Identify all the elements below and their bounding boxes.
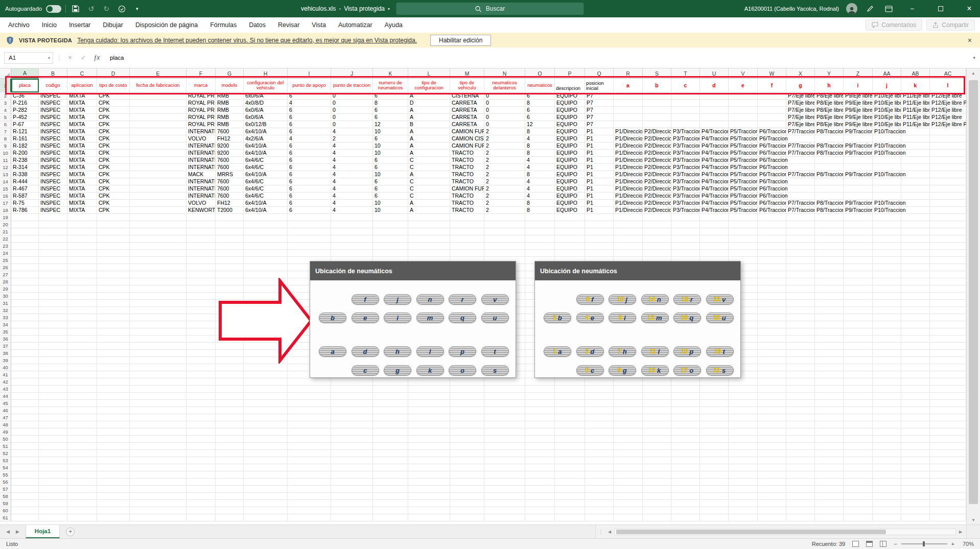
cell-G11[interactable]: 7600 — [216, 157, 244, 164]
cell-P10[interactable]: EQUIPO — [555, 150, 585, 157]
cell-D17[interactable]: CPK — [97, 200, 130, 207]
cell-R9[interactable]: P1/Direccion — [614, 142, 643, 150]
cell-S48[interactable] — [643, 421, 671, 428]
cell-AB43[interactable] — [901, 386, 930, 393]
cell-M50[interactable] — [450, 436, 484, 443]
cell-Y31[interactable] — [815, 300, 844, 307]
cell-A13[interactable]: R-338 — [11, 171, 39, 178]
cell-V9[interactable]: P5/Traccion — [729, 142, 758, 150]
cell-M23[interactable] — [450, 243, 484, 250]
cell-Z41[interactable] — [844, 371, 873, 378]
cell-Y46[interactable] — [815, 407, 844, 414]
cell-F42[interactable] — [186, 378, 216, 386]
cell-Q3[interactable]: P7 — [585, 100, 614, 107]
cell-B13[interactable]: INSPEC — [39, 171, 67, 178]
cell-M60[interactable] — [450, 507, 484, 514]
cell-V59[interactable] — [729, 500, 758, 507]
cell-G22[interactable] — [216, 235, 244, 243]
cell-AA52[interactable] — [873, 450, 901, 457]
cell-AC12[interactable] — [930, 164, 966, 171]
cell-Q57[interactable] — [585, 486, 614, 493]
cell-O57[interactable] — [525, 486, 555, 493]
cell-J5[interactable]: 0 — [331, 114, 373, 121]
ribbon-tab-f-rmulas[interactable]: Fórmulas — [204, 17, 243, 33]
cell-A18[interactable]: R-786 — [11, 207, 39, 214]
cell-L12[interactable]: C — [408, 164, 450, 171]
cell-F55[interactable] — [186, 471, 216, 479]
cell-S8[interactable]: P2/Direccion — [643, 135, 671, 142]
cell-AA10[interactable]: P10/Traccion — [873, 150, 901, 157]
cell-P44[interactable] — [555, 393, 585, 400]
tire-position-button-6-f[interactable]: 6f — [576, 294, 604, 304]
tire-position-button-13-k[interactable]: 13k — [641, 365, 669, 375]
cell-AC26[interactable] — [930, 264, 966, 271]
cell-AA54[interactable] — [873, 464, 901, 471]
cell-S59[interactable] — [643, 500, 671, 507]
cell-P4[interactable]: EQUIPO — [555, 107, 585, 114]
cell-C58[interactable] — [67, 493, 97, 500]
cell-Q10[interactable]: P1 — [585, 150, 614, 157]
tire-position-button-e[interactable]: e — [352, 313, 379, 323]
cell-AC15[interactable] — [930, 185, 966, 193]
cell-Z25[interactable] — [844, 257, 873, 264]
cell-AC16[interactable] — [930, 193, 966, 200]
cell-R59[interactable] — [614, 500, 643, 507]
cell-B27[interactable] — [39, 271, 67, 278]
cell-X48[interactable] — [786, 421, 815, 428]
cell-D3[interactable]: CPK — [97, 100, 130, 107]
cell-X27[interactable] — [786, 271, 815, 278]
cell-G23[interactable] — [216, 243, 244, 250]
cell-E39[interactable] — [130, 357, 186, 364]
ribbon-display-icon[interactable] — [883, 3, 894, 15]
cell-AB3[interactable]: P11/Eje libre — [901, 100, 930, 107]
cell-T21[interactable] — [671, 228, 700, 235]
cell-C44[interactable] — [67, 393, 97, 400]
cell-F30[interactable] — [186, 293, 216, 300]
cell-M13[interactable]: TRACTO — [450, 171, 484, 178]
cell-J16[interactable]: 4 — [331, 193, 373, 200]
cell-R3[interactable] — [614, 100, 643, 107]
cell-K50[interactable] — [373, 436, 408, 443]
cell-E5[interactable] — [130, 114, 186, 121]
cell-T47[interactable] — [671, 414, 700, 421]
cell-Q47[interactable] — [585, 414, 614, 421]
cell-H12[interactable]: 6x4/6/C — [244, 164, 288, 171]
cell-J17[interactable]: 4 — [331, 200, 373, 207]
cell-V51[interactable] — [729, 443, 758, 450]
cell-X37[interactable] — [786, 343, 815, 350]
cell-A33[interactable] — [11, 314, 39, 321]
cell-B8[interactable]: INSPEC — [39, 135, 67, 142]
cell-X15[interactable] — [786, 185, 815, 193]
cell-V43[interactable] — [729, 386, 758, 393]
cell-AA18[interactable]: P10/Traccion — [873, 207, 901, 214]
cell-F59[interactable] — [186, 500, 216, 507]
cell-T10[interactable]: P3/Traccion — [671, 150, 700, 157]
cell-B54[interactable] — [39, 464, 67, 471]
cell-F13[interactable]: MACK — [186, 171, 216, 178]
cell-AA39[interactable] — [873, 357, 901, 364]
row-header-40[interactable]: 40 — [0, 364, 11, 371]
insert-function-icon[interactable]: ƒx — [91, 54, 102, 61]
cell-L6[interactable]: B — [408, 121, 450, 128]
cell-N57[interactable] — [484, 486, 525, 493]
cell-G13[interactable]: MRRS — [216, 171, 244, 178]
cell-R44[interactable] — [614, 393, 643, 400]
cell-I8[interactable]: 4 — [288, 135, 331, 142]
cell-M45[interactable] — [450, 400, 484, 407]
cell-I45[interactable] — [288, 400, 331, 407]
cell-AA12[interactable] — [873, 164, 901, 171]
cell-A45[interactable] — [11, 400, 39, 407]
cell-L47[interactable] — [408, 414, 450, 421]
cell-D4[interactable]: CPK — [97, 107, 130, 114]
cell-L14[interactable]: C — [408, 178, 450, 185]
cell-E4[interactable] — [130, 107, 186, 114]
cell-AA56[interactable] — [873, 479, 901, 486]
cell-K20[interactable] — [373, 221, 408, 228]
cell-I22[interactable] — [288, 235, 331, 243]
cell-U17[interactable]: P4/Traccion — [700, 200, 729, 207]
cell-R8[interactable]: P1/Direccion — [614, 135, 643, 142]
cell-K43[interactable] — [373, 386, 408, 393]
cell-G17[interactable]: FH12 — [216, 200, 244, 207]
cell-T55[interactable] — [671, 471, 700, 479]
tire-position-button-j[interactable]: j — [384, 294, 411, 304]
